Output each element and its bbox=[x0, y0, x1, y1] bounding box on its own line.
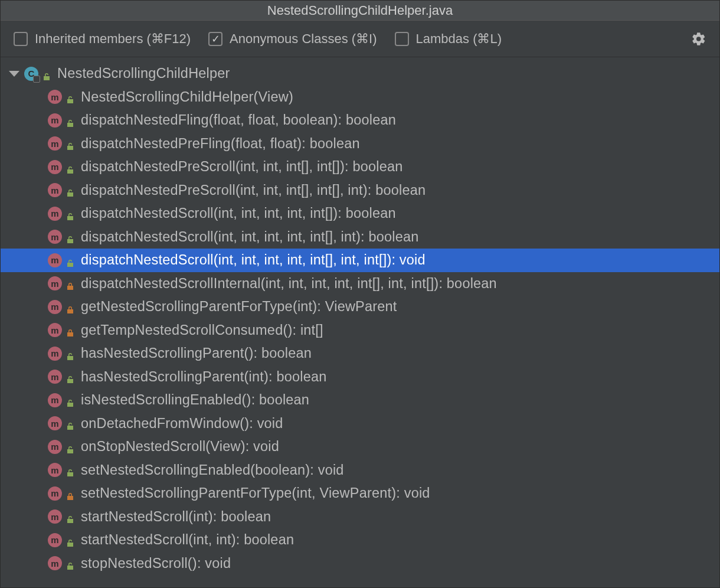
member-label: getTempNestedScrollConsumed(): int[] bbox=[81, 322, 323, 338]
member-label: getNestedScrollingParentForType(int): Vi… bbox=[81, 299, 397, 315]
unlocked-icon bbox=[66, 372, 75, 381]
locked-icon bbox=[66, 302, 75, 312]
member-label: NestedScrollingChildHelper(View) bbox=[81, 89, 293, 105]
member-row[interactable]: mdispatchNestedPreScroll(int, int, int[]… bbox=[1, 179, 719, 202]
filter-label: Anonymous Classes (⌘I) bbox=[230, 31, 377, 47]
locked-icon bbox=[66, 279, 75, 288]
filter-inherited-members[interactable]: Inherited members (⌘F12) bbox=[14, 31, 191, 47]
class-node[interactable]: C NestedScrollingChildHelper bbox=[1, 62, 719, 86]
member-row[interactable]: mstartNestedScroll(int): boolean bbox=[1, 505, 719, 529]
checkbox-icon bbox=[14, 32, 28, 46]
member-label: setNestedScrollingEnabled(boolean): void bbox=[81, 462, 344, 478]
member-row[interactable]: mgetNestedScrollingParentForType(int): V… bbox=[1, 295, 719, 319]
method-icon: m bbox=[48, 160, 62, 174]
method-icon: m bbox=[48, 90, 62, 104]
unlocked-icon bbox=[66, 465, 75, 475]
titlebar: NestedScrollingChildHelper.java bbox=[1, 1, 719, 21]
member-row[interactable]: mhasNestedScrollingParent(int): boolean bbox=[1, 365, 719, 389]
member-row[interactable]: mdispatchNestedScroll(int, int, int, int… bbox=[1, 249, 719, 272]
member-row[interactable]: mdispatchNestedScrollInternal(int, int, … bbox=[1, 272, 719, 296]
structure-popup: NestedScrollingChildHelper.java Inherite… bbox=[0, 0, 720, 588]
method-icon: m bbox=[48, 230, 62, 244]
member-label: dispatchNestedPreScroll(int, int, int[],… bbox=[81, 159, 402, 175]
member-label: hasNestedScrollingParent(int): boolean bbox=[81, 369, 326, 385]
method-icon: m bbox=[48, 416, 62, 430]
member-label: startNestedScroll(int): boolean bbox=[81, 509, 271, 525]
unlocked-icon bbox=[66, 396, 75, 405]
filter-toolbar: Inherited members (⌘F12) Anonymous Class… bbox=[1, 21, 719, 57]
method-icon: m bbox=[48, 136, 62, 151]
method-icon: m bbox=[48, 556, 62, 570]
method-icon: m bbox=[48, 207, 62, 221]
member-row[interactable]: msetNestedScrollingEnabled(boolean): voi… bbox=[1, 459, 719, 482]
unlocked-icon bbox=[66, 349, 75, 358]
member-row[interactable]: misNestedScrollingEnabled(): boolean bbox=[1, 388, 719, 412]
member-label: dispatchNestedScroll(int, int, int, int,… bbox=[81, 252, 426, 268]
filter-label: Lambdas (⌘L) bbox=[416, 31, 502, 47]
checkbox-icon bbox=[208, 32, 222, 46]
member-row[interactable]: mNestedScrollingChildHelper(View) bbox=[1, 86, 719, 109]
unlocked-icon bbox=[66, 162, 75, 172]
method-icon: m bbox=[48, 183, 62, 197]
member-row[interactable]: mdispatchNestedPreFling(float, float): b… bbox=[1, 132, 719, 156]
locked-icon bbox=[66, 325, 75, 335]
member-label: onDetachedFromWindow(): void bbox=[81, 416, 283, 432]
method-icon: m bbox=[48, 347, 62, 361]
filter-label: Inherited members (⌘F12) bbox=[35, 31, 191, 47]
unlocked-icon bbox=[66, 256, 75, 265]
unlocked-icon bbox=[66, 185, 75, 195]
member-row[interactable]: mdispatchNestedScroll(int, int, int, int… bbox=[1, 226, 719, 249]
unlocked-icon bbox=[66, 512, 75, 521]
method-icon: m bbox=[48, 323, 62, 337]
member-label: dispatchNestedScroll(int, int, int, int,… bbox=[81, 205, 396, 221]
member-label: dispatchNestedPreScroll(int, int, int[],… bbox=[81, 182, 426, 198]
member-label: dispatchNestedScrollInternal(int, int, i… bbox=[81, 276, 497, 292]
method-icon: m bbox=[48, 276, 62, 290]
unlocked-icon bbox=[66, 419, 75, 428]
member-row[interactable]: monDetachedFromWindow(): void bbox=[1, 412, 719, 436]
member-label: stopNestedScroll(): void bbox=[81, 556, 231, 571]
unlocked-icon bbox=[66, 442, 75, 452]
method-icon: m bbox=[48, 509, 62, 524]
gear-icon bbox=[691, 31, 706, 47]
unlocked-icon bbox=[66, 535, 75, 545]
member-label: dispatchNestedFling(float, float, boolea… bbox=[81, 112, 396, 128]
checkbox-icon bbox=[395, 32, 409, 46]
unlocked-icon bbox=[66, 558, 75, 568]
method-icon: m bbox=[48, 113, 62, 128]
filter-anonymous-classes[interactable]: Anonymous Classes (⌘I) bbox=[208, 31, 377, 47]
chevron-down-icon bbox=[9, 71, 19, 77]
method-icon: m bbox=[48, 533, 62, 547]
method-icon: m bbox=[48, 253, 62, 267]
unlocked-icon bbox=[66, 209, 75, 218]
member-row[interactable]: msetNestedScrollingParentForType(int, Vi… bbox=[1, 482, 719, 505]
filter-lambdas[interactable]: Lambdas (⌘L) bbox=[395, 31, 502, 47]
member-row[interactable]: mdispatchNestedFling(float, float, boole… bbox=[1, 109, 719, 132]
window-title: NestedScrollingChildHelper.java bbox=[267, 3, 453, 18]
member-row[interactable]: mgetTempNestedScrollConsumed(): int[] bbox=[1, 319, 719, 342]
method-icon: m bbox=[48, 300, 62, 314]
method-icon: m bbox=[48, 370, 62, 384]
member-label: dispatchNestedScroll(int, int, int, int,… bbox=[81, 229, 419, 245]
member-row[interactable]: mstartNestedScroll(int, int): boolean bbox=[1, 528, 719, 552]
member-label: hasNestedScrollingParent(): boolean bbox=[81, 345, 312, 361]
member-label: setNestedScrollingParentForType(int, Vie… bbox=[81, 485, 430, 501]
member-label: onStopNestedScroll(View): void bbox=[81, 439, 279, 455]
member-label: dispatchNestedPreFling(float, float): bo… bbox=[81, 136, 360, 152]
class-name: NestedScrollingChildHelper bbox=[57, 66, 230, 81]
unlocked-icon bbox=[66, 139, 75, 148]
unlocked-icon bbox=[66, 92, 75, 102]
member-row[interactable]: mstopNestedScroll(): void bbox=[1, 552, 719, 576]
settings-button[interactable] bbox=[691, 31, 706, 47]
member-row[interactable]: monStopNestedScroll(View): void bbox=[1, 435, 719, 459]
method-icon: m bbox=[48, 463, 62, 477]
unlocked-icon bbox=[66, 116, 75, 125]
member-row[interactable]: mhasNestedScrollingParent(): boolean bbox=[1, 342, 719, 365]
structure-tree[interactable]: C NestedScrollingChildHelper mNestedScro… bbox=[1, 57, 719, 587]
unlocked-icon bbox=[66, 232, 75, 241]
method-icon: m bbox=[48, 486, 62, 501]
member-label: isNestedScrollingEnabled(): boolean bbox=[81, 392, 309, 408]
unlocked-icon bbox=[42, 69, 51, 79]
member-row[interactable]: mdispatchNestedPreScroll(int, int, int[]… bbox=[1, 155, 719, 179]
member-row[interactable]: mdispatchNestedScroll(int, int, int, int… bbox=[1, 202, 719, 226]
